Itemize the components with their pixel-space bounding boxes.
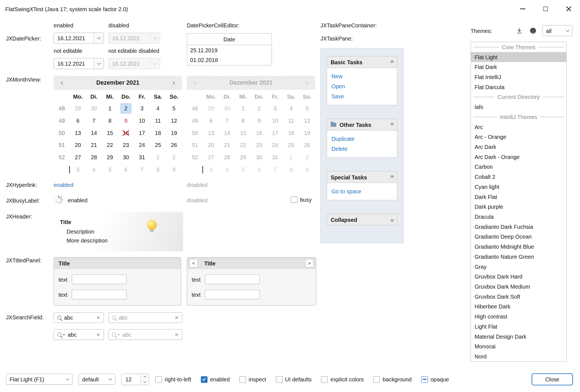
crossed-out-day[interactable]: 16 (118, 129, 134, 137)
spinner-down-button[interactable] (141, 379, 149, 385)
checkbox-explicit-colors[interactable]: explicit colors (321, 376, 364, 383)
day-cell[interactable]: 7 (86, 116, 102, 125)
hyperlink-enabled[interactable]: enabled (54, 182, 74, 188)
prev-month-button[interactable] (59, 82, 66, 84)
checkbox-ui-defaults[interactable]: UI defaults (276, 376, 312, 383)
taskpane-title[interactable]: Collapsed (327, 214, 397, 225)
datepicker-not-editable[interactable]: 16.12.2021 (54, 58, 104, 69)
flagged-day[interactable]: 9 (118, 116, 134, 125)
day-cell[interactable]: 4 (86, 165, 102, 174)
theme-list-item[interactable]: Arc (471, 122, 566, 132)
day-cell[interactable]: 5 (102, 165, 118, 174)
theme-list-item[interactable]: lafs (471, 102, 566, 112)
font-size-spinner[interactable]: 12 (121, 374, 149, 385)
panel-nav-right-button[interactable]: > (305, 259, 313, 267)
clear-icon[interactable]: ✕ (175, 315, 178, 320)
checkbox-inspect[interactable]: inspect (239, 376, 266, 383)
theme-list-item[interactable]: Flat Dark (471, 62, 566, 72)
taskpane-link[interactable]: Duplicate (331, 134, 392, 144)
close-window-button[interactable] (557, 0, 580, 18)
day-cell[interactable]: 22 (102, 141, 118, 149)
spinner-up-button[interactable] (141, 374, 149, 379)
search-input[interactable]: abc (122, 331, 172, 338)
theme-list-item[interactable]: Light Flat (471, 322, 566, 332)
day-cell[interactable]: 4 (150, 104, 166, 113)
checkbox-background[interactable]: background (373, 376, 412, 383)
day-cell[interactable]: 30 (118, 153, 134, 162)
taskpane-title[interactable]: Other Tasks (327, 119, 397, 130)
clear-icon[interactable]: ✕ (96, 332, 100, 338)
theme-list-item[interactable]: Flat IntelliJ (471, 72, 566, 82)
day-cell[interactable]: 28 (86, 153, 102, 162)
day-cell[interactable]: 21 (86, 141, 102, 149)
day-cell[interactable]: 10 (134, 116, 150, 125)
search-field-3[interactable]: abc ✕ (54, 329, 104, 340)
day-cell[interactable]: 15 (102, 129, 118, 137)
search-field-1[interactable]: abc ✕ (54, 312, 104, 323)
laf-combo[interactable]: Flat Light (F1) (6, 374, 72, 385)
taskpane-link[interactable]: Go to space (331, 186, 392, 196)
table-row[interactable]: 01.02.2018 (187, 55, 272, 65)
search-field-4[interactable]: abc ✕ (109, 329, 183, 340)
day-cell[interactable]: 3 (134, 104, 150, 113)
next-month-button[interactable] (169, 82, 177, 84)
taskpane-title[interactable]: Basic Tasks (327, 56, 397, 68)
taskpane-link[interactable]: Open (331, 81, 392, 91)
day-cell[interactable]: 29 (102, 153, 118, 162)
text-input[interactable] (205, 275, 260, 284)
day-cell[interactable]: 8 (150, 165, 166, 174)
text-input[interactable] (72, 290, 127, 299)
datepicker-dropdown-button[interactable] (94, 33, 104, 43)
theme-list-item[interactable]: Arc Dark (471, 142, 566, 152)
theme-list-item[interactable]: Monocai (471, 341, 566, 351)
theme-list-item[interactable]: Dracula (471, 212, 566, 222)
theme-list-item[interactable]: Arc - Orange (471, 132, 566, 142)
day-cell[interactable]: 14 (86, 129, 102, 137)
theme-list-item[interactable]: Dark purple (471, 202, 566, 212)
theme-list-item[interactable]: Gruvbox Dark Medium (471, 282, 566, 292)
theme-list-item[interactable]: Material Design Dark (471, 331, 566, 341)
day-cell[interactable]: 25 (150, 141, 166, 149)
day-cell[interactable]: 2 (166, 153, 182, 162)
taskpane-link[interactable]: Delete (331, 144, 392, 154)
day-cell[interactable]: 26 (166, 141, 182, 149)
day-cell[interactable]: 27 (70, 153, 86, 162)
taskpane-link[interactable]: New (331, 71, 392, 81)
theme-list-item[interactable]: Hiberbee Dark (471, 301, 566, 312)
day-cell[interactable]: 13 (70, 129, 86, 137)
day-cell[interactable]: 12 (166, 116, 182, 125)
checkbox-busy[interactable]: busy (291, 196, 312, 203)
day-cell[interactable]: 30 (86, 104, 102, 113)
theme-list-item[interactable]: High contrast (471, 312, 566, 322)
search-input[interactable]: abc (119, 315, 172, 321)
day-cell[interactable]: 1 (102, 104, 118, 113)
theme-list-item[interactable]: Dark Flat (471, 192, 566, 202)
download-themes-button[interactable] (515, 26, 524, 35)
day-cell[interactable]: 6 (118, 165, 134, 174)
day-cell[interactable]: 31 (134, 153, 150, 162)
day-cell[interactable]: 11 (150, 116, 166, 125)
search-input[interactable]: abc (64, 315, 94, 321)
close-button[interactable]: Close (532, 373, 573, 386)
theme-list-item[interactable]: Gray (471, 262, 566, 272)
theme-list-item[interactable]: Cyan light (471, 182, 566, 192)
day-cell[interactable]: 9 (166, 165, 182, 174)
day-cell[interactable]: 17 (134, 129, 150, 137)
theme-list-item[interactable]: Gradianto Dark Fuchsia (471, 222, 566, 232)
taskpane-link[interactable]: Save (331, 91, 392, 101)
theme-list-item[interactable]: Cobalt 2 (471, 172, 566, 182)
theme-list-item[interactable]: Arc Dark - Orange (471, 152, 566, 162)
theme-list-item[interactable]: Flat Darcula (471, 82, 566, 92)
themes-filter-combo[interactable]: all (542, 25, 572, 36)
checkbox-right-to-left[interactable]: right-to-left (155, 376, 191, 383)
minimize-button[interactable] (511, 0, 534, 18)
theme-list-item[interactable]: Gradianto Deep Ocean (471, 232, 566, 242)
day-cell[interactable]: 7 (134, 165, 150, 174)
day-cell[interactable]: 1 (150, 153, 166, 162)
clear-icon[interactable]: ✕ (96, 315, 100, 320)
theme-list-item[interactable]: Gradianto Midnight Blue (471, 242, 566, 252)
search-input[interactable]: abc (68, 331, 94, 338)
panel-nav-left-button[interactable]: < (189, 259, 198, 267)
github-button[interactable] (529, 26, 537, 35)
maximize-button[interactable] (534, 0, 557, 18)
